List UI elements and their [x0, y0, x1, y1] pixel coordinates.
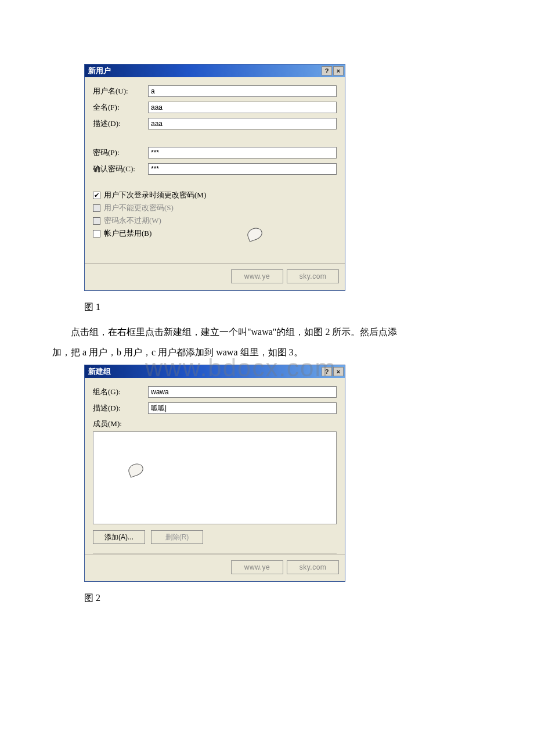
new-group-dialog: 新建组 ? × 组名(G): 描述(D): 成员(M): 添加(A)... [84, 365, 345, 582]
password-input[interactable] [148, 147, 337, 159]
remove-member-button: 删除(R) [151, 530, 203, 544]
check-must-change[interactable]: ✔ 用户下次登录时须更改密码(M) [93, 190, 337, 200]
create-button[interactable]: www.ye [231, 269, 283, 283]
check-disabled-account[interactable]: 帐户已禁用(B) [93, 228, 337, 239]
close-dialog-button[interactable]: sky.com [287, 269, 339, 283]
confirm-password-label: 确认密码(C): [93, 164, 148, 174]
dialog-footer: www.ye sky.com [85, 263, 345, 290]
figure-caption-2: 图 2 [84, 592, 482, 604]
check-label: 密码永不过期(W) [104, 215, 161, 226]
add-member-button[interactable]: 添加(A)... [93, 530, 145, 544]
groupname-input[interactable] [148, 386, 337, 398]
group-desc-input[interactable] [148, 402, 337, 414]
close-dialog-button[interactable]: sky.com [287, 560, 339, 574]
help-button[interactable]: ? [322, 66, 332, 75]
new-user-dialog: 新用户 ? × 用户名(U): 全名(F): 描述(D): 密码(P): [84, 64, 345, 291]
fullname-input[interactable] [148, 102, 337, 113]
dialog-title: 新用户 [88, 66, 111, 76]
dialog-title: 新建组 [88, 366, 111, 377]
checkbox-icon [93, 217, 100, 225]
paragraph-line-2: 加，把 a 用户，b 用户，c 用户都添加到 wawa 组里，如图 3。 [52, 344, 482, 360]
description-input[interactable] [148, 118, 337, 129]
username-input[interactable] [148, 85, 337, 97]
username-label: 用户名(U): [93, 86, 148, 96]
confirm-password-input[interactable] [148, 163, 337, 175]
checkbox-icon [93, 204, 100, 212]
check-label: 用户下次登录时须更改密码(M) [104, 190, 206, 200]
check-label: 帐户已禁用(B) [104, 228, 151, 239]
members-label: 成员(M): [93, 419, 148, 429]
dialog-footer: www.ye sky.com [85, 554, 345, 581]
description-label: 描述(D): [93, 118, 148, 129]
close-button[interactable]: × [333, 367, 344, 376]
help-button[interactable]: ? [322, 367, 332, 376]
checkbox-icon[interactable] [93, 230, 100, 237]
members-listbox[interactable] [93, 431, 337, 524]
titlebar[interactable]: 新建组 ? × [85, 365, 345, 378]
check-cannot-change: 用户不能更改密码(S) [93, 203, 337, 213]
checkbox-icon[interactable]: ✔ [93, 192, 100, 199]
cursor-icon [127, 462, 145, 478]
titlebar[interactable]: 新用户 ? × [85, 64, 345, 77]
check-label: 用户不能更改密码(S) [104, 203, 174, 213]
create-button[interactable]: www.ye [231, 560, 283, 574]
figure-caption-1: 图 1 [84, 301, 482, 314]
close-button[interactable]: × [333, 66, 344, 75]
paragraph-line-1: 点击组，在右框里点击新建组，建立一个叫"wawa"的组，如图 2 所示。然后点添 [52, 324, 482, 340]
group-desc-label: 描述(D): [93, 403, 148, 413]
password-label: 密码(P): [93, 147, 148, 158]
groupname-label: 组名(G): [93, 387, 148, 397]
fullname-label: 全名(F): [93, 102, 148, 113]
check-never-expire: 密码永不过期(W) [93, 215, 337, 226]
